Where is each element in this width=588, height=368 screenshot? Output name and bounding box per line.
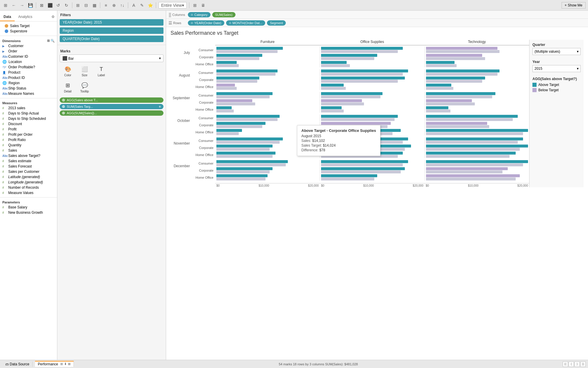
year-select[interactable]: 2015 ▾ [532, 65, 581, 72]
toolbar-icon-13[interactable]: ⭐ [147, 2, 153, 9]
measure-days-ship-actual[interactable]: #Days to Ship Actual [0, 111, 57, 116]
toolbar-icon-7[interactable]: ▦ [91, 2, 98, 9]
filter-quarter[interactable]: QUARTER(Order Date) [60, 36, 163, 42]
nav-last[interactable]: ⟩⟩ [580, 362, 586, 367]
sheet-area: ⣿ Columns ⊙ Category SUM(Sales) ☰ Rows ⊙… [166, 11, 588, 360]
nav-prev[interactable]: ⟨ [569, 362, 574, 367]
tab-icon-3[interactable]: ⊠ [68, 362, 71, 366]
dim-order[interactable]: ▶Order [0, 49, 57, 54]
marks-pill-agg-sum-sales[interactable]: AGG(SUM([Sales])... [60, 110, 163, 116]
datasource-superstore[interactable]: Superstore [0, 29, 57, 34]
marks-pill-sum-sales-target[interactable]: SUM(Sales Targ... ⊕ [60, 104, 163, 109]
bar-group-h1 [215, 61, 320, 67]
toolbar-icon-9[interactable]: ⊕ [111, 2, 117, 9]
measure-profit[interactable]: #Profit [0, 127, 57, 132]
toolbar-icon-6[interactable]: ⊟ [83, 2, 89, 9]
tab-data[interactable]: Data [0, 13, 15, 21]
toolbar-icon-1[interactable]: ⊠ [39, 2, 45, 9]
toolbar-icon-10[interactable]: ↑↓ [119, 2, 126, 9]
col-pill-category[interactable]: ⊙ Category [188, 12, 211, 17]
toolbar-save[interactable]: 💾 [27, 2, 34, 9]
row-pill-year[interactable]: ⊙ YEAR(Order Date) [188, 20, 224, 26]
marks-size-btn[interactable]: ⬜ Size [76, 64, 93, 78]
dim-measure-names[interactable]: AbcMeasure Names [0, 91, 57, 96]
tab-data-source[interactable]: 🗃 Data Source [2, 362, 33, 367]
toolbar-back[interactable]: ← [11, 2, 17, 9]
marks-pills: AGG(Sales above T... SUM(Sales Targ... ⊕… [57, 96, 166, 117]
measure-sales-estimate[interactable]: #Sales estimate [0, 158, 57, 164]
dim-product-id[interactable]: AbcProduct ID [0, 75, 57, 80]
d8 [216, 148, 270, 151]
datasource-sales-target[interactable]: Sales Target [0, 23, 57, 29]
measure-sales-per-customer[interactable]: #Sales per Customer [0, 169, 57, 174]
measure-num-records[interactable]: #Number of Records [0, 185, 57, 190]
toolbar-icon-15[interactable]: 🖥 [200, 2, 206, 9]
c3 [321, 115, 397, 118]
measure-discount[interactable]: #Discount [0, 121, 57, 127]
marks-detail-btn[interactable]: ⊞ Detail [60, 80, 76, 95]
legend-above-target[interactable]: Above Target [532, 83, 581, 87]
tab-performance[interactable]: Performance ⊞ ⬇ ⊠ [35, 361, 74, 367]
legend-below-target[interactable]: Below Target [532, 88, 581, 92]
bar-aug-con-off-g [321, 73, 403, 76]
toolbar-icon-grid[interactable]: ⊞ [2, 2, 9, 9]
measure-profit-per-order[interactable]: #Profit per Order [0, 132, 57, 137]
measure-profit-ratio[interactable]: #Profit Ratio [0, 137, 57, 142]
col-pill-sum-sales[interactable]: SUM(Sales) [212, 12, 235, 17]
tab-icon-1[interactable]: ⊞ [60, 362, 63, 366]
b2 [216, 95, 270, 98]
marks-type-selector[interactable]: ⬛ Bar ▾ [60, 54, 163, 62]
marks-label-btn[interactable]: T Label [93, 64, 109, 78]
toolbar-forward[interactable]: → [19, 2, 25, 9]
row-july-consumer: Consumer [192, 47, 529, 53]
marks-color-btn[interactable]: 🎨 Color [60, 64, 76, 78]
toolbar-icon-12[interactable]: ✎ [139, 2, 145, 9]
quarter-select[interactable]: (Multiple values) ▾ [532, 48, 581, 55]
filter-region[interactable]: Region [60, 27, 163, 34]
dim-order-profitable[interactable]: T|FOrder Profitable? [0, 64, 57, 70]
dim-ship-status[interactable]: AbcShip Status [0, 86, 57, 91]
view-selector[interactable]: Entire View ▾ [158, 2, 187, 9]
measure-sales-forecast[interactable]: #Sales Forecast [0, 164, 57, 169]
panel-settings[interactable]: ⚙ [49, 13, 57, 21]
measure-measure-values[interactable]: #Measure Values [0, 190, 57, 195]
measure-latitude[interactable]: #Latitude (generated) [0, 174, 57, 180]
db-icon: 🗃 [5, 362, 9, 366]
param-base-salary[interactable]: #Base Salary [0, 205, 57, 210]
tab-analytics[interactable]: Analytics [15, 13, 36, 21]
toolbar-icon-14[interactable]: ⊞ [192, 2, 198, 9]
nav-next[interactable]: ⟩ [574, 362, 580, 367]
row-pill-month[interactable]: ⊙ MONTH(Order Dat... [226, 20, 265, 26]
year-filter: Year 2015 ▾ [532, 60, 581, 72]
b7 [216, 99, 252, 102]
marks-tooltip-btn[interactable]: 💬 Tooltip [76, 80, 93, 95]
toolbar-icon-8[interactable]: ≡ [103, 2, 109, 9]
tab-icon-2[interactable]: ⬇ [64, 362, 67, 366]
measure-sales[interactable]: #Sales [0, 148, 57, 153]
measure-longitude[interactable]: #Longitude (generated) [0, 180, 57, 185]
measure-2013sales[interactable]: #2013 sales [0, 105, 57, 111]
measure-quantity[interactable]: #Quantity [0, 142, 57, 148]
toolbar-icon-2[interactable]: ⬛ [47, 2, 53, 9]
toolbar-icon-3[interactable]: ↺ [55, 2, 61, 9]
hash-icon-10: # [2, 160, 6, 163]
bar-aug-ho-furn-g [216, 87, 237, 90]
x-label-0-2: $0 [321, 184, 324, 187]
row-pill-segment[interactable]: Segment [267, 20, 286, 26]
filter-year[interactable]: YEAR(Order Date): 2015 [60, 19, 163, 26]
dim-customer[interactable]: ▶Customer [0, 43, 57, 49]
dim-region[interactable]: 🌐Region [0, 80, 57, 86]
toolbar-icon-4[interactable]: ↻ [63, 2, 70, 9]
param-new-business[interactable]: #New Business Growth [0, 210, 57, 215]
nav-first[interactable]: ⟨⟨ [563, 362, 568, 367]
measure-days-ship-sched[interactable]: #Days to Ship Scheduled [0, 116, 57, 121]
measure-sales-above-target[interactable]: AbcSales above Target? [0, 153, 57, 158]
dim-product[interactable]: 👤Product [0, 70, 57, 75]
toolbar-icon-11[interactable]: A [131, 2, 137, 9]
dim-customer-id[interactable]: AbcCustomer ID [0, 54, 57, 59]
dim-location[interactable]: 🌐Location [0, 59, 57, 64]
toolbar-icon-5[interactable]: ⊞ [75, 2, 81, 9]
e15 [321, 174, 377, 177]
marks-pill-agg-sales-above[interactable]: AGG(Sales above T... [60, 97, 163, 103]
show-me-button[interactable]: ≡ Show Me [562, 2, 586, 9]
